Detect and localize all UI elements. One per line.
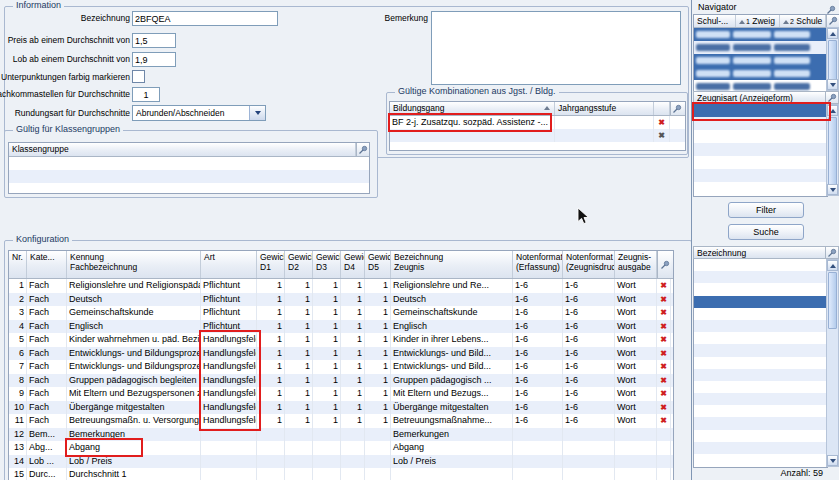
pin-icon[interactable] <box>356 143 369 156</box>
konfiguration-row[interactable]: 15 Durc... Durchschnitt 1 ✖ <box>9 468 673 480</box>
pin-icon[interactable] <box>825 92 838 103</box>
col-header-kategorie[interactable]: Kate... <box>27 251 67 278</box>
delete-row-icon[interactable]: ✖ <box>657 428 671 442</box>
col-header-schulart[interactable]: Schul-... <box>694 15 736 27</box>
schule-row-redacted[interactable] <box>694 41 839 54</box>
col-header-notenformat-zeugnisdruck[interactable]: Notenformat(Zeugnisdruck) <box>563 251 615 278</box>
bezeichnung-item[interactable] <box>694 357 827 369</box>
col-header-bildungsgang[interactable]: Bildungsgang <box>390 102 555 115</box>
bezeichnung-item[interactable] <box>694 442 827 454</box>
schule-row-redacted[interactable] <box>694 28 839 41</box>
zeugnisart-item[interactable] <box>694 104 827 117</box>
zeugnisart-header-label[interactable]: Zeugnisart (Anzeigeform) <box>694 92 825 103</box>
col-header-zweig[interactable]: 1 Zweig <box>736 15 780 27</box>
bezeichnung-item[interactable] <box>694 332 827 344</box>
col-header-notenformat-erfassung[interactable]: Notenformat(Erfassung) <box>513 251 563 278</box>
zeugnisart-item[interactable] <box>694 143 827 156</box>
bezeichnung-item[interactable] <box>694 344 827 356</box>
delete-row-icon[interactable]: ✖ <box>657 455 671 469</box>
bezeichnung-item[interactable] <box>694 320 827 332</box>
konfiguration-row[interactable]: 13 Abg... Abgang Abgang ✖ <box>9 441 673 455</box>
unterpunktungen-checkbox[interactable] <box>132 70 145 83</box>
col-header-gewicht-d5[interactable]: GewichtD5 <box>365 251 391 278</box>
scroll-up-button[interactable] <box>827 105 838 116</box>
schule-row-redacted[interactable] <box>694 54 839 67</box>
bezeichnung-item[interactable] <box>694 369 827 381</box>
col-header-gewicht-d3[interactable]: GewichtD3 <box>313 251 341 278</box>
delete-row-icon[interactable]: ✖ <box>657 293 671 307</box>
bezeichnung-item[interactable] <box>694 454 827 466</box>
col-header-schule[interactable]: 2 Schule <box>780 15 826 27</box>
konfiguration-row[interactable]: 12 Bem... Bemerkungen Bemerkungen ✖ <box>9 428 673 442</box>
delete-row-icon[interactable]: ✖ <box>657 374 671 388</box>
konfiguration-row[interactable]: 8 Fach Gruppen pädagogisch begleiten Han… <box>9 374 673 388</box>
delete-row-icon[interactable]: ✖ <box>657 347 671 361</box>
zeugnisart-scrollbar[interactable] <box>826 104 839 196</box>
schulen-scrollbar[interactable] <box>826 27 839 91</box>
bezeichnung-item[interactable] <box>694 381 827 393</box>
nachkommastellen-input[interactable] <box>132 87 160 102</box>
zeugnisart-item[interactable] <box>694 169 827 182</box>
col-header-klassengruppe[interactable]: Klassengruppe <box>9 143 356 156</box>
scroll-down-button[interactable] <box>827 455 838 466</box>
zeugnisart-item[interactable] <box>694 130 827 143</box>
col-header-jahrgangsstufe[interactable]: Jahrgangsstufe <box>555 102 654 115</box>
zeugnisart-item[interactable] <box>694 182 827 195</box>
bezeichnung-item[interactable] <box>694 259 827 271</box>
scrollbar-thumb[interactable] <box>828 40 837 81</box>
zeugnisart-item[interactable] <box>694 156 827 169</box>
col-header-gewicht-d4[interactable]: GewichtD4 <box>341 251 365 278</box>
col-header-gewicht-d2[interactable]: GewichtD2 <box>285 251 313 278</box>
bezeichnung-item[interactable] <box>694 271 827 283</box>
scroll-down-button[interactable] <box>827 184 838 195</box>
bezeichnung-item[interactable] <box>694 430 827 442</box>
col-header-zeugnisausgabe[interactable]: Zeugnis-ausgabe <box>615 251 657 278</box>
konfiguration-row[interactable]: 3 Fach Gemeinschaftskunde Pflichtunt 1 1… <box>9 306 673 320</box>
bemerkung-textarea[interactable] <box>431 11 681 85</box>
scroll-up-button[interactable] <box>827 260 838 271</box>
konfiguration-row[interactable]: 10 Fach Übergänge mitgestalten Handlungs… <box>9 401 673 415</box>
konfiguration-row[interactable]: 6 Fach Entwicklungs- und Bildungsprozess… <box>9 347 673 361</box>
pin-icon[interactable] <box>825 247 838 258</box>
lob-input[interactable] <box>132 52 176 67</box>
klassengruppe-item[interactable] <box>9 157 369 170</box>
delete-row-icon[interactable]: ✖ <box>657 279 671 293</box>
filter-button[interactable]: Filter <box>728 202 804 218</box>
col-header-kennung[interactable]: KennungFachbezeichnung <box>67 251 201 278</box>
konfiguration-row[interactable]: 4 Fach Englisch Pflichtunt 1 1 1 1 1 Eng… <box>9 320 673 334</box>
kombination-row[interactable]: BF 2-j. Zusatzqu. sozpäd. Assistenz -...… <box>390 116 685 129</box>
bezeichnung-item[interactable] <box>694 296 827 308</box>
delete-row-icon[interactable]: ✖ <box>657 401 671 415</box>
delete-row-icon[interactable]: ✖ <box>657 468 671 480</box>
delete-row-icon[interactable]: ✖ <box>657 414 671 428</box>
konfiguration-row[interactable]: 7 Fach Entwicklungs- und Bildungsprozess… <box>9 360 673 374</box>
bezeichnung-item[interactable] <box>694 393 827 405</box>
col-header-art[interactable]: Art <box>201 251 257 278</box>
konfiguration-row[interactable]: 5 Fach Kinder wahrnehmen u. päd. Beziehu… <box>9 333 673 347</box>
scroll-down-button[interactable] <box>827 79 838 90</box>
pin-icon[interactable] <box>670 102 683 115</box>
bezeichnung-item[interactable] <box>694 283 827 295</box>
konfiguration-row[interactable]: 11 Fach Betreuungsmaßn. u. Versorgungsha… <box>9 414 673 428</box>
col-header-bezeichnung-zeugnis[interactable]: BezeichnungZeugnis <box>391 251 513 278</box>
schule-row-redacted[interactable] <box>694 67 839 80</box>
zeugnisart-item[interactable] <box>694 117 827 130</box>
delete-row-icon[interactable]: ✖ <box>654 116 670 129</box>
delete-row-icon[interactable]: ✖ <box>657 387 671 401</box>
bezeichnung-input[interactable] <box>132 11 278 26</box>
bezeichnung-item[interactable] <box>694 405 827 417</box>
delete-row-icon[interactable]: ✖ <box>657 320 671 334</box>
scrollbar-thumb[interactable] <box>828 272 837 329</box>
scrollbar-thumb[interactable] <box>828 117 837 186</box>
bezeichnung-item[interactable] <box>694 417 827 429</box>
col-header-gewicht-d1[interactable]: GewichtD1 <box>257 251 285 278</box>
delete-row-icon[interactable]: ✖ <box>657 333 671 347</box>
delete-row-icon[interactable]: ✖ <box>657 360 671 374</box>
bezeichnung-list-header-label[interactable]: Bezeichnung <box>694 247 825 258</box>
delete-row-icon[interactable]: ✖ <box>657 441 671 455</box>
bezeichnung-scrollbar[interactable] <box>826 259 839 467</box>
suche-button[interactable]: Suche <box>728 224 804 240</box>
preis-input[interactable] <box>132 33 176 48</box>
konfiguration-row[interactable]: 2 Fach Deutsch Pflichtunt 1 1 1 1 1 Deut… <box>9 293 673 307</box>
konfiguration-row[interactable]: 1 Fach Religionslehre und Religionspädag… <box>9 279 673 293</box>
